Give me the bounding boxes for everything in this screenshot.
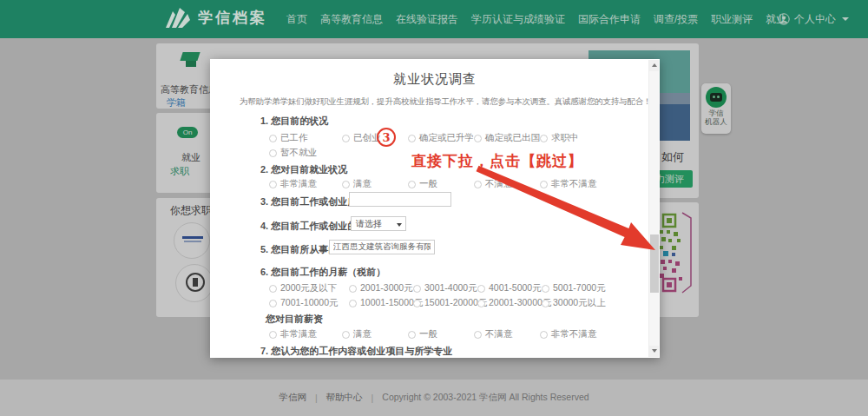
nav-item-home[interactable]: 首页 xyxy=(286,12,307,27)
radio-option[interactable]: 3001-4000元 xyxy=(413,282,477,294)
radio-option[interactable]: 不满意 xyxy=(474,328,513,340)
radio-icon[interactable] xyxy=(408,135,416,142)
radio-option[interactable]: 2000元及以下 xyxy=(269,282,337,294)
region-select-value: 请选择 xyxy=(356,219,382,228)
radio-icon[interactable] xyxy=(269,300,277,307)
scroll-down-icon xyxy=(652,349,657,353)
radio-icon[interactable] xyxy=(408,181,416,188)
industry-input[interactable] xyxy=(349,192,451,207)
radio-icon[interactable] xyxy=(542,285,549,293)
top-nav: 学信档案 首页 高等教育信息 在线验证报告 学历认证与成绩验证 国际合作申请 调… xyxy=(0,0,868,38)
radio-icon[interactable] xyxy=(474,181,482,188)
radio-option[interactable]: 求职中 xyxy=(540,132,579,144)
radio-option[interactable]: 一般 xyxy=(408,328,437,340)
radio-icon[interactable] xyxy=(342,135,350,142)
radio-option[interactable]: 满意 xyxy=(342,328,372,340)
scroll-up-button[interactable] xyxy=(649,60,659,71)
step-number-annotation: 3 xyxy=(377,128,396,147)
radio-option[interactable]: 一般 xyxy=(408,178,437,190)
radio-icon[interactable] xyxy=(477,285,485,293)
radio-icon[interactable] xyxy=(542,300,549,307)
brand[interactable]: 学信档案 xyxy=(165,6,267,30)
radio-option[interactable]: 已创业 xyxy=(342,132,381,144)
chevron-down-icon xyxy=(842,17,849,21)
radio-option[interactable]: 15001-20000元 xyxy=(413,297,487,309)
nav-item-higher-education[interactable]: 高等教育信息 xyxy=(320,12,383,27)
radio-option[interactable]: 确定或已出国 xyxy=(474,132,540,144)
question-6-label: 6. 您目前工作的月薪（税前） xyxy=(260,266,385,279)
nav-item-international[interactable]: 国际合作申请 xyxy=(578,12,641,27)
radio-option[interactable]: 非常满意 xyxy=(269,328,317,340)
radio-icon[interactable] xyxy=(540,331,548,339)
question-1-label: 1. 您目前的状况 xyxy=(260,115,328,128)
nav-links: 首页 高等教育信息 在线验证报告 学历认证与成绩验证 国际合作申请 调查/投票 … xyxy=(286,0,786,38)
survey-intro: 为帮助学弟学妹们做好职业生涯规划，提升高校就业指导工作水平，请您参与本次调查。真… xyxy=(240,96,648,108)
radio-icon[interactable] xyxy=(540,135,548,142)
radio-option[interactable]: 10001-15000元 xyxy=(349,297,423,309)
tip-text-annotation: 直接下拉，点击【跳过】 xyxy=(411,151,583,171)
nav-item-career-test[interactable]: 职业测评 xyxy=(711,12,753,27)
radio-icon[interactable] xyxy=(349,300,357,307)
radio-icon[interactable] xyxy=(269,331,277,339)
radio-option[interactable]: 非常不满意 xyxy=(540,178,597,190)
radio-option[interactable]: 满意 xyxy=(342,178,372,190)
radio-option[interactable]: 5001-7000元 xyxy=(542,282,606,294)
radio-icon[interactable] xyxy=(413,285,421,293)
scroll-up-icon xyxy=(652,63,657,67)
nav-item-online-report[interactable]: 在线验证报告 xyxy=(396,12,458,27)
radio-option[interactable]: 4001-5000元 xyxy=(477,282,542,294)
region-select[interactable]: 请选择 xyxy=(351,216,406,231)
user-menu-label: 个人中心 xyxy=(794,12,836,27)
salary-satisfaction-label: 您对目前薪资 xyxy=(266,313,323,326)
question-2-label: 2. 您对目前就业状况 xyxy=(260,163,347,176)
radio-icon[interactable] xyxy=(349,285,357,293)
radio-icon[interactable] xyxy=(474,331,482,339)
radio-option[interactable]: 非常满意 xyxy=(269,178,317,190)
brand-title: 学信档案 xyxy=(198,8,267,28)
radio-option[interactable]: 不满意 xyxy=(474,178,513,190)
scroll-down-button[interactable] xyxy=(649,346,659,357)
radio-option[interactable]: 7001-10000元 xyxy=(269,297,339,309)
chsi-logo-icon xyxy=(165,6,191,30)
question-7-label: 7. 您认为您的工作内容或创业项目与所学专业 xyxy=(260,345,452,358)
occupation-input[interactable] xyxy=(329,240,435,254)
employment-survey-modal: 就业状况调查 为帮助学弟学妹们做好职业生涯规划，提升高校就业指导工作水平，请您参… xyxy=(210,59,660,358)
radio-icon[interactable] xyxy=(342,181,350,188)
user-menu[interactable]: 个人中心 xyxy=(778,0,849,38)
radio-option[interactable]: 非常不满意 xyxy=(540,328,597,340)
radio-icon[interactable] xyxy=(474,135,482,142)
radio-icon[interactable] xyxy=(342,331,350,339)
radio-option[interactable]: 30000元以上 xyxy=(542,297,606,309)
radio-icon[interactable] xyxy=(269,285,277,293)
nav-item-survey-vote[interactable]: 调查/投票 xyxy=(654,12,698,27)
select-caret-icon xyxy=(397,223,402,227)
radio-option[interactable]: 已工作 xyxy=(269,132,308,144)
radio-icon[interactable] xyxy=(269,181,277,188)
modal-title: 就业状况调查 xyxy=(210,71,660,88)
radio-icon[interactable] xyxy=(413,300,421,307)
radio-icon[interactable] xyxy=(477,300,485,307)
radio-icon[interactable] xyxy=(269,135,277,142)
radio-option[interactable]: 暂不就业 xyxy=(269,147,317,159)
radio-icon[interactable] xyxy=(540,181,548,188)
radio-icon[interactable] xyxy=(408,331,416,339)
radio-icon[interactable] xyxy=(269,149,277,157)
radio-option[interactable]: 确定或已升学 xyxy=(408,132,474,144)
scrollbar-thumb[interactable] xyxy=(650,234,659,293)
radio-option[interactable]: 20001-30000元 xyxy=(477,297,551,309)
modal-scrollbar[interactable] xyxy=(648,60,659,357)
nav-item-degree-verification[interactable]: 学历认证与成绩验证 xyxy=(471,12,565,27)
radio-option[interactable]: 2001-3000元 xyxy=(349,282,413,294)
person-icon xyxy=(778,13,790,25)
